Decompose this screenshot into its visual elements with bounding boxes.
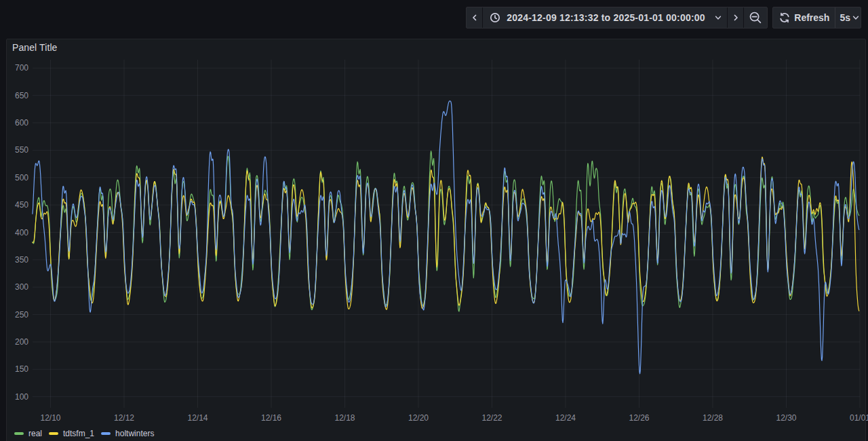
svg-text:12/26: 12/26 xyxy=(629,413,649,423)
svg-text:100: 100 xyxy=(15,392,28,402)
svg-text:12/24: 12/24 xyxy=(555,413,576,423)
svg-text:12/22: 12/22 xyxy=(481,413,502,423)
svg-text:300: 300 xyxy=(15,282,28,292)
svg-text:12/14: 12/14 xyxy=(187,413,208,423)
svg-text:12/16: 12/16 xyxy=(261,413,281,423)
svg-text:12/12: 12/12 xyxy=(114,413,134,423)
svg-text:12/18: 12/18 xyxy=(334,413,355,423)
svg-text:250: 250 xyxy=(15,310,28,320)
svg-text:550: 550 xyxy=(15,145,28,155)
svg-text:200: 200 xyxy=(15,337,28,347)
svg-text:500: 500 xyxy=(15,173,28,183)
svg-text:150: 150 xyxy=(15,364,28,374)
svg-text:650: 650 xyxy=(15,91,28,100)
svg-text:400: 400 xyxy=(15,228,28,237)
svg-text:700: 700 xyxy=(15,63,28,73)
svg-text:600: 600 xyxy=(15,118,28,128)
svg-text:450: 450 xyxy=(15,200,28,210)
svg-text:12/20: 12/20 xyxy=(408,413,429,423)
svg-text:12/30: 12/30 xyxy=(776,413,796,423)
svg-text:350: 350 xyxy=(15,255,28,265)
svg-text:12/10: 12/10 xyxy=(40,413,60,423)
svg-text:01/01: 01/01 xyxy=(850,413,868,423)
svg-text:12/28: 12/28 xyxy=(703,413,723,423)
